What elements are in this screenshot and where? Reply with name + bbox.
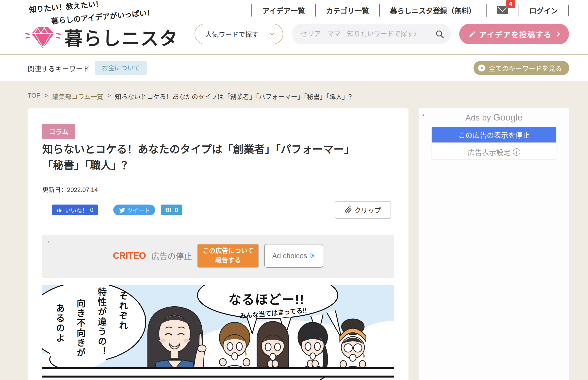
breadcrumb: TOP > 編集部コラム一覧 > 知らないとコケる！あなたのタイプは「創業者」「… (28, 92, 355, 101)
pencil-icon (469, 30, 476, 38)
stop-ad-button[interactable]: この広告の表示を停止 (432, 127, 556, 142)
play-circle-icon (478, 64, 486, 72)
speech-shout: なるほどー!! (212, 289, 321, 308)
clip-label: クリップ (354, 205, 381, 215)
twitter-bird-icon (119, 207, 125, 213)
breadcrumb-home[interactable]: TOP (28, 92, 41, 101)
keyword-label: 関連するキーワード (28, 64, 90, 74)
gem-logo-icon (24, 23, 62, 52)
top-navigation: アイデア一覧 カテゴリ一覧 暮らしニスタ登録（無料） 4 ログイン (251, 4, 569, 17)
ads-by-label: Ads by (465, 113, 493, 122)
article-card: コラム 知らないとコケる！あなたのタイプは「創業者」「パフォーマー」「秘書」「職… (28, 108, 409, 380)
facebook-like-button[interactable]: いいね！ 0 (52, 205, 98, 215)
criteo-stop-label: 広告の停止 (151, 250, 192, 262)
breadcrumb-section[interactable]: 編集部コラム一覧 (52, 92, 103, 101)
keyword-tag-money[interactable]: お金について (95, 61, 147, 75)
see-all-keywords-label: 全てのキーワードを見る (489, 63, 562, 73)
criteo-ad-content: CRITEO 広告の停止 この広告について 報告する Ad choices (42, 244, 394, 268)
paperclip-icon (345, 206, 352, 214)
breadcrumb-separator: > (45, 92, 48, 101)
chevron-down-icon (268, 30, 276, 38)
speech-col-4: あるのよ (55, 304, 65, 343)
post-idea-label: アイデアを投稿する (479, 29, 552, 40)
hatena-count: 0 (175, 207, 178, 214)
report-ad-button[interactable]: この広告について 報告する (197, 244, 259, 268)
criteo-logo[interactable]: CRITEO (113, 251, 146, 261)
search-bar (292, 24, 451, 44)
speech-col-3: 向き不向きが (75, 299, 85, 358)
nav-divider (568, 5, 569, 16)
breadcrumb-current: 知らないとコケる！あなたのタイプは「創業者」「パフォーマー」「秘書」「職人」？ (115, 92, 355, 101)
speech-col-1: それぞれ (118, 291, 127, 331)
tweet-label: ツイート (127, 206, 150, 214)
mail-button[interactable]: 4 (486, 4, 518, 17)
hatena-label: B! (165, 207, 172, 214)
info-icon: i (513, 148, 520, 156)
like-count: 0 (90, 207, 93, 213)
site-logo[interactable]: 暮らしニスタ (65, 24, 178, 50)
ad-settings-button[interactable]: 広告表示設定 i (432, 145, 556, 159)
updated-date: 更新日：2022.07.14 (42, 185, 98, 194)
see-all-keywords-button[interactable]: 全てのキーワードを見る (474, 61, 569, 75)
ad-settings-label: 広告表示設定 (468, 147, 510, 157)
mail-badge: 4 (506, 0, 515, 8)
search-icon[interactable] (435, 30, 445, 39)
breadcrumb-separator: > (107, 92, 111, 101)
hatena-bookmark-button[interactable]: B! 0 (161, 205, 182, 215)
nav-category-list[interactable]: カテゴリ一覧 (315, 4, 379, 17)
popular-words-dropdown[interactable]: 人気ワードで探す (195, 24, 283, 44)
criteo-ad: ← CRITEO 広告の停止 この広告について 報告する Ad choices (42, 235, 394, 278)
adchoices-icon (309, 253, 315, 259)
report-ad-line2: 報告する (215, 256, 241, 265)
report-ad-line1: この広告について (203, 247, 254, 256)
google-brand: Google (493, 112, 522, 122)
nav-login[interactable]: ログイン (518, 4, 568, 17)
comic-illustration: それぞれ 特性が違うの！ 向き不向きが あるのよ なるほどー!! みんな当てはま… (42, 285, 394, 380)
nav-idea-list[interactable]: アイデア一覧 (251, 4, 315, 17)
tweet-button[interactable]: ツイート (113, 205, 155, 215)
search-input[interactable] (301, 30, 431, 38)
site-header: 知りたい！教えたい！ 暮らしのアイデアがいっぱい！ 暮らしニスタ アイデア一覧 … (0, 0, 588, 55)
adchoices-button[interactable]: Ad choices (264, 244, 323, 268)
thumbs-up-icon (57, 207, 63, 213)
nav-register[interactable]: 暮らしニスタ登録（無料） (379, 4, 486, 17)
like-label: いいね！ (65, 206, 88, 214)
chevron-right-icon (555, 31, 562, 38)
keyword-bar: 関連するキーワード お金について 全てのキーワードを見る (0, 55, 588, 81)
speech-col-2: 特性が違うの！ (97, 287, 106, 356)
post-idea-button[interactable]: アイデアを投稿する (459, 24, 569, 44)
ads-by-google-title: Ads by Google (419, 112, 569, 123)
clip-button[interactable]: クリップ (335, 201, 391, 219)
google-ads-sidebar: ← Ads by Google この広告の表示を停止 広告表示設定 i (419, 108, 569, 380)
article-title: 知らないとコケる！あなたのタイプは「創業者」「パフォーマー」「秘書」「職人」？ (42, 141, 350, 174)
adchoices-label: Ad choices (272, 252, 307, 260)
dropdown-label: 人気ワードで探す (205, 29, 268, 39)
category-badge[interactable]: コラム (42, 124, 75, 139)
